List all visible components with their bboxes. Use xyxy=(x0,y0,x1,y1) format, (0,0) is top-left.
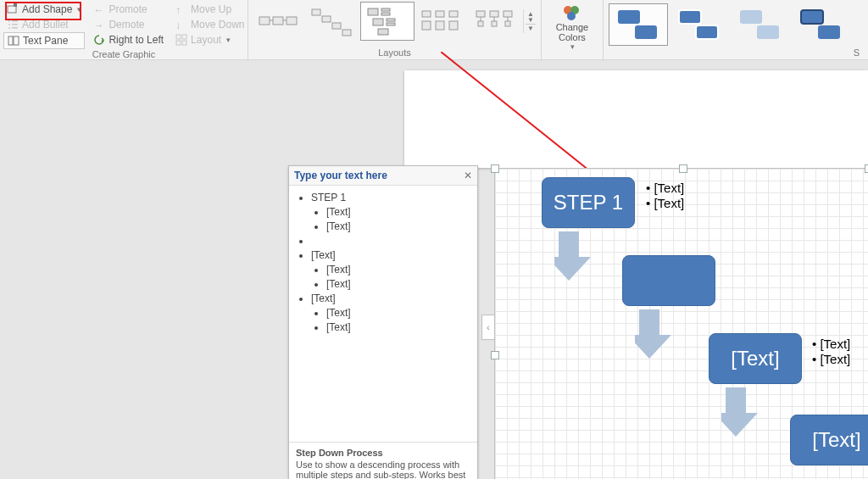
layout-option-1[interactable] xyxy=(252,2,306,41)
layout-button[interactable]: Layout▾ xyxy=(172,32,248,47)
layout-option-2[interactable] xyxy=(306,2,360,41)
change-colors-button[interactable]: Change Colors ▾ xyxy=(545,2,599,53)
layouts-gallery[interactable]: ▲▼▼ xyxy=(252,2,537,41)
svg-point-4 xyxy=(8,24,10,25)
svg-rect-39 xyxy=(478,21,483,26)
layout-option-4[interactable] xyxy=(415,2,469,41)
selection-handle[interactable] xyxy=(865,164,868,173)
workspace: STEP 1 • [Text] • [Text] [Text] • [Text]… xyxy=(0,60,868,479)
svg-rect-27 xyxy=(387,19,395,21)
svg-rect-40 xyxy=(492,21,497,26)
rtl-label: Right to Left xyxy=(108,33,164,47)
svg-rect-25 xyxy=(381,13,390,15)
add-bullet-button[interactable]: Add Bullet xyxy=(3,17,85,32)
layout-option-5[interactable] xyxy=(469,2,523,41)
add-bullet-icon xyxy=(7,19,19,31)
svg-rect-3 xyxy=(12,20,18,22)
add-bullet-label: Add Bullet xyxy=(22,18,69,31)
style-option-3[interactable] xyxy=(731,3,790,46)
svg-rect-35 xyxy=(449,21,458,30)
bullet-text: [Text] xyxy=(820,352,850,366)
connector-arrow-icon xyxy=(554,226,597,286)
style-option-4[interactable] xyxy=(792,3,851,46)
step-3-bullets[interactable]: • [Text] • [Text] xyxy=(812,337,850,367)
selection-handle[interactable] xyxy=(679,164,687,173)
svg-point-2 xyxy=(8,20,10,22)
smartart-canvas[interactable]: STEP 1 • [Text] • [Text] [Text] • [Text]… xyxy=(494,168,868,479)
smartart-step-1[interactable]: STEP 1 xyxy=(542,177,635,228)
svg-rect-1 xyxy=(14,3,17,7)
demote-button[interactable]: →Demote xyxy=(90,17,167,32)
svg-point-6 xyxy=(8,27,10,29)
selection-handle[interactable] xyxy=(491,164,499,173)
svg-rect-23 xyxy=(368,8,378,15)
move-up-label: Move Up xyxy=(191,3,231,16)
document-page xyxy=(404,70,868,168)
close-icon[interactable]: ✕ xyxy=(464,170,472,181)
right-to-left-button[interactable]: Right to Left xyxy=(90,32,167,47)
gallery-more-icon[interactable]: ▼ xyxy=(526,24,536,31)
svg-rect-54 xyxy=(801,10,823,24)
svg-rect-24 xyxy=(381,8,390,11)
connector-arrow-icon xyxy=(635,304,677,364)
move-up-button[interactable]: ↑Move Up xyxy=(172,2,248,17)
step-1-bullets[interactable]: • [Text] • [Text] xyxy=(646,181,684,211)
textpane-outline[interactable]: STEP 1[Text][Text][Text][Text][Text][Tex… xyxy=(289,186,477,442)
style-option-1-selected[interactable] xyxy=(609,3,668,46)
svg-rect-41 xyxy=(505,21,510,26)
text-pane-panel: Type your text here ✕ STEP 1[Text][Text]… xyxy=(288,165,478,479)
svg-rect-30 xyxy=(422,11,431,17)
svg-rect-10 xyxy=(176,35,181,39)
svg-rect-16 xyxy=(287,17,297,25)
outline-subitem[interactable]: [Text] xyxy=(326,220,470,232)
outline-subitem[interactable]: [Text] xyxy=(326,321,470,333)
styles-gallery[interactable] xyxy=(607,2,853,47)
svg-rect-20 xyxy=(322,16,331,22)
move-down-button[interactable]: ↓Move Down xyxy=(172,17,248,32)
demote-label: Demote xyxy=(108,18,144,31)
svg-rect-12 xyxy=(176,41,181,45)
outline-subitem[interactable]: [Text] xyxy=(326,278,470,290)
add-shape-button[interactable]: Add Shape ▾ xyxy=(3,2,85,17)
smartart-step-2[interactable] xyxy=(622,255,715,306)
add-shape-icon xyxy=(7,3,19,15)
svg-rect-19 xyxy=(312,9,320,15)
outline-subitem[interactable]: [Text] xyxy=(326,264,470,276)
gallery-scroll[interactable]: ▲▼▼ xyxy=(523,9,537,33)
palette-icon xyxy=(561,3,583,22)
svg-rect-15 xyxy=(273,17,283,25)
chevron-down-icon: ▾ xyxy=(570,42,575,51)
layout-option-3-selected[interactable] xyxy=(360,2,415,41)
text-pane-button[interactable]: Text Pane xyxy=(3,32,85,49)
outline-item[interactable]: [Text][Text][Text] xyxy=(311,292,470,333)
svg-rect-26 xyxy=(373,19,383,25)
smartart-step-3[interactable]: [Text] xyxy=(709,333,802,384)
outline-subitem[interactable]: [Text] xyxy=(326,307,470,319)
chevron-left-icon: ‹ xyxy=(487,323,489,332)
style-option-2[interactable] xyxy=(670,3,729,46)
svg-rect-53 xyxy=(757,25,779,39)
svg-rect-52 xyxy=(740,10,762,24)
svg-rect-34 xyxy=(436,21,444,30)
textpane-title: Type your text here xyxy=(294,170,387,181)
outline-subitem[interactable]: [Text] xyxy=(326,206,470,218)
textpane-expander[interactable]: ‹ xyxy=(481,315,495,340)
promote-button[interactable]: ←Promote xyxy=(90,2,167,17)
svg-rect-13 xyxy=(182,41,186,45)
outline-item[interactable]: [Text][Text][Text] xyxy=(311,249,470,290)
group-label-layouts: Layouts xyxy=(252,47,537,59)
arrow-up-icon: ↑ xyxy=(175,3,187,15)
chevron-down-icon[interactable]: ▼ xyxy=(526,17,536,23)
outline-item[interactable] xyxy=(311,235,470,247)
text-pane-icon xyxy=(8,35,19,47)
svg-rect-21 xyxy=(332,23,341,29)
bullet-text: [Text] xyxy=(654,181,684,195)
smartart-step-4[interactable]: [Text] xyxy=(790,415,868,465)
outline-item[interactable]: STEP 1[Text][Text] xyxy=(311,192,470,232)
svg-rect-11 xyxy=(182,35,186,39)
svg-rect-50 xyxy=(679,10,701,24)
arrow-right-icon: → xyxy=(93,19,105,31)
selection-handle[interactable] xyxy=(491,351,499,359)
svg-rect-9 xyxy=(14,36,19,45)
text-pane-label: Text Pane xyxy=(23,34,68,47)
